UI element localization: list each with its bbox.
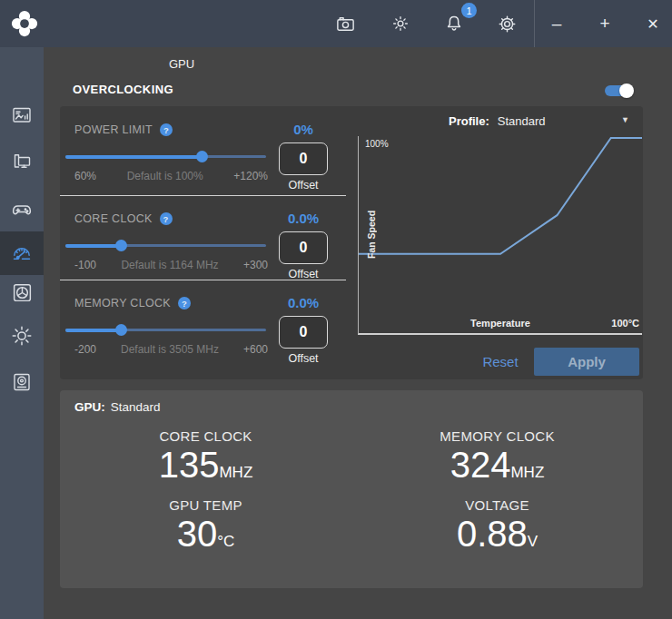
sidebar-item-tuning[interactable] <box>0 231 44 275</box>
notification-badge: 1 <box>461 3 477 18</box>
titlebar-separator <box>534 0 535 47</box>
brightness-button[interactable] <box>386 9 415 38</box>
range-default: Default is 100% <box>127 170 203 182</box>
sidebar-item-cooler[interactable] <box>0 360 44 404</box>
core-clock-slider[interactable] <box>65 239 266 252</box>
slider-label-text: CORE CLOCK <box>74 212 153 225</box>
metric-label: VOLTAGE <box>351 497 643 513</box>
notifications-button[interactable]: 1 <box>440 9 469 38</box>
status-header: GPU:Standard <box>74 400 161 414</box>
metric-label: CORE CLOCK <box>60 428 351 444</box>
fan-curve-chart[interactable]: 100% Fan Speed Temperature 100°C <box>358 136 642 335</box>
reset-button[interactable]: Reset <box>464 348 537 376</box>
close-button[interactable]: ✕ <box>635 0 671 47</box>
slider-thumb[interactable] <box>115 324 127 336</box>
memory-clock-value: 0.0% <box>279 295 328 310</box>
slider-fill <box>65 329 122 332</box>
profile-dropdown[interactable]: Profile:Standard <box>449 114 546 128</box>
gamepad-icon <box>10 197 34 221</box>
metric-label: MEMORY CLOCK <box>351 428 643 444</box>
slider-thumb[interactable] <box>196 151 208 162</box>
range-default: Default is 3505 MHz <box>121 343 219 356</box>
core-clock-offset-input[interactable]: 0 <box>279 231 328 264</box>
overclocking-title: OVERCLOCKING <box>73 83 173 96</box>
camera-icon <box>335 14 356 34</box>
titlebar: 1 – + ✕ <box>0 0 672 47</box>
settings-button[interactable] <box>492 9 521 38</box>
gauge-icon <box>10 241 34 265</box>
range-min: -200 <box>74 343 96 356</box>
memory-clock-offset-input[interactable]: 0 <box>279 316 328 349</box>
fan-icon <box>11 281 34 304</box>
profile-value: Standard <box>498 114 546 128</box>
slider-label-text: POWER LIMIT <box>74 123 153 136</box>
overclocking-toggle[interactable] <box>605 84 632 98</box>
maximize-button[interactable]: + <box>587 0 623 47</box>
minimize-button[interactable]: – <box>539 0 575 47</box>
power-limit-section: POWER LIMIT ? 0% 60% Default is 100% +12… <box>60 106 346 195</box>
screenshot-button[interactable] <box>331 9 360 38</box>
memory-clock-slider[interactable] <box>65 323 266 337</box>
range-max: +120% <box>233 170 268 182</box>
offset-label: Offset <box>279 179 328 192</box>
core-clock-section: CORE CLOCK ? 0.0% -100 Default is 1164 M… <box>60 195 346 280</box>
gear-icon <box>497 14 518 34</box>
metric-label: GPU TEMP <box>60 497 351 513</box>
power-limit-offset-input[interactable]: 0 <box>279 142 328 175</box>
app-window: 1 – + ✕ <box>0 0 672 619</box>
help-icon[interactable]: ? <box>160 212 173 225</box>
power-limit-slider[interactable] <box>65 150 266 163</box>
range-min: -100 <box>74 259 96 271</box>
core-clock-label: CORE CLOCK ? <box>74 212 173 225</box>
lighting-sun-icon <box>10 324 34 348</box>
metric-gpu-temp: GPU TEMP 30°C <box>60 497 351 555</box>
help-icon[interactable]: ? <box>160 123 173 136</box>
memory-clock-label: MEMORY CLOCK ? <box>74 297 191 310</box>
y-axis-label: Fan Speed <box>366 136 377 333</box>
tab-gpu[interactable]: GPU <box>169 57 194 71</box>
sun-icon <box>390 14 410 34</box>
metric-memory-clock: MEMORY CLOCK 324MHZ <box>351 428 643 486</box>
memory-clock-range: -200 Default is 3505 MHz +600 <box>74 343 268 356</box>
metric-voltage: VOLTAGE 0.88V <box>351 497 643 555</box>
power-limit-range: 60% Default is 100% +120% <box>74 170 268 182</box>
range-max: +300 <box>243 259 268 271</box>
power-limit-value: 0% <box>279 122 328 137</box>
chevron-down-icon[interactable]: ▼ <box>621 115 629 124</box>
sidebar-item-pc[interactable] <box>0 140 44 183</box>
memory-clock-section: MEMORY CLOCK ? 0.0% -200 Default is 3505… <box>60 280 346 379</box>
sidebar-item-lighting[interactable] <box>0 314 44 358</box>
help-icon[interactable]: ? <box>178 297 191 310</box>
sidebar-item-cooling[interactable] <box>0 270 44 314</box>
monitoring-icon <box>11 104 33 126</box>
cam-logo-icon <box>11 10 38 37</box>
pc-icon <box>11 151 33 172</box>
status-profile-value: Standard <box>111 400 161 414</box>
x-max-tick: 100°C <box>611 318 639 329</box>
slider-fill <box>65 155 202 159</box>
core-clock-value: 0.0% <box>279 211 328 226</box>
sidebar-item-games[interactable] <box>0 187 44 231</box>
metric-value: 0.88 <box>457 514 528 554</box>
metric-unit: MHZ <box>219 464 252 481</box>
metric-value: 30 <box>177 514 218 554</box>
metric-value: 135 <box>159 445 220 485</box>
offset-label: Offset <box>279 268 328 280</box>
main-content: GPU OVERCLOCKING POWER LIMIT ? 0% <box>44 47 672 619</box>
sidebar <box>0 47 44 619</box>
sidebar-item-monitoring[interactable] <box>0 93 44 137</box>
range-default: Default is 1164 MHz <box>121 259 218 271</box>
metric-unit: °C <box>217 533 234 550</box>
power-limit-label: POWER LIMIT ? <box>74 123 173 136</box>
metric-unit: V <box>528 533 538 550</box>
bell-icon <box>443 13 465 34</box>
slider-thumb[interactable] <box>115 240 127 251</box>
apply-button[interactable]: Apply <box>534 348 639 376</box>
overclocking-panel: POWER LIMIT ? 0% 60% Default is 100% +12… <box>60 106 643 379</box>
toggle-knob <box>619 84 634 98</box>
cooler-icon <box>11 371 33 393</box>
metrics-grid: CORE CLOCK 135MHZ MEMORY CLOCK 324MHZ GP… <box>60 428 643 555</box>
fan-curve-svg[interactable] <box>359 136 642 333</box>
metric-unit: MHZ <box>510 464 544 481</box>
status-device-label: GPU: <box>74 400 105 414</box>
